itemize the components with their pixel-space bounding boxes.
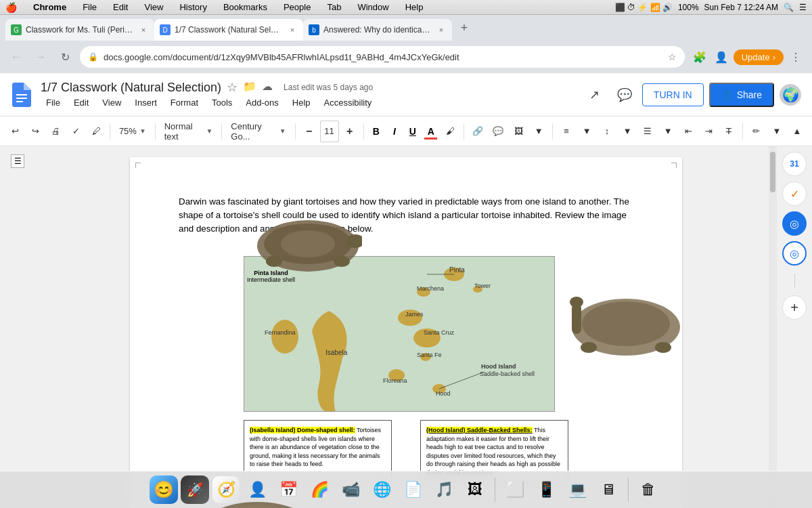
forward-button[interactable]: → (31, 47, 50, 66)
plus-sidebar-button[interactable]: + (782, 295, 807, 320)
italic-button[interactable]: I (386, 122, 403, 141)
undo-button[interactable]: ↩ (5, 121, 24, 142)
cloud-icon[interactable]: ☁ (262, 80, 273, 95)
dock-finder[interactable]: 😊 (150, 475, 178, 504)
dock-photos2[interactable]: 🖼 (461, 475, 489, 504)
docs-menu-insert[interactable]: Insert (129, 96, 162, 109)
tab-title-3: Answered: Why do identical tw... (323, 25, 432, 35)
align-dropdown-button[interactable]: ▼ (577, 121, 596, 142)
style-dropdown[interactable]: Normal text ▼ (160, 121, 218, 142)
tab-docs[interactable]: D 1/7 Classwork (Natural Selectio... × (154, 19, 303, 41)
tab-answered[interactable]: b Answered: Why do identical tw... × (303, 19, 452, 41)
align-button[interactable]: ≡ (557, 121, 576, 142)
dock-facetime[interactable]: 📹 (336, 475, 365, 504)
docs-menu-view[interactable]: View (97, 96, 127, 109)
docs-menu-edit[interactable]: Edit (68, 96, 94, 109)
star-icon[interactable]: ☆ (227, 80, 238, 95)
text-color-button[interactable]: A (422, 122, 439, 141)
control-center-icon[interactable]: ☰ (799, 3, 807, 12)
compass-sidebar-button[interactable]: ◎ (782, 211, 807, 236)
document-title[interactable]: 1/7 Classwork (Natural Selection) (41, 81, 221, 95)
spellcheck-button[interactable]: ✓ (66, 121, 85, 142)
docs-menu-format[interactable]: Format (165, 96, 204, 109)
tasks-sidebar-button[interactable]: ✓ (782, 182, 807, 206)
font-size-input[interactable]: 11 (320, 121, 339, 142)
edit-menu-item[interactable]: Edit (110, 2, 131, 12)
paint-format-button[interactable]: 🖊 (87, 121, 106, 142)
font-size-increase-button[interactable]: + (340, 121, 359, 142)
docs-menu-addons[interactable]: Add-ons (240, 96, 284, 109)
chrome-menu-item[interactable]: Chrome (30, 2, 69, 12)
document-area[interactable]: Darwin was fascinated by giant tortoises… (35, 146, 777, 508)
dock-trash[interactable]: 🗑 (634, 475, 662, 504)
bookmark-star-icon[interactable]: ☆ (668, 51, 677, 62)
tab-close-3[interactable]: × (436, 24, 447, 35)
tab-close-2[interactable]: × (287, 24, 298, 35)
docs-menu-accessibility[interactable]: Accessibility (319, 96, 378, 109)
search-icon[interactable]: 🔍 (784, 3, 794, 12)
apple-menu[interactable]: 🍎 (5, 2, 17, 13)
calendar-sidebar-button[interactable]: 31 (782, 152, 807, 176)
tab-close-1[interactable]: × (138, 24, 149, 35)
new-tab-button[interactable]: + (455, 18, 474, 37)
bookmarks-menu-item[interactable]: Bookmarks (221, 2, 270, 12)
dock-mission[interactable]: ⬜ (501, 475, 529, 504)
link-button[interactable]: 🔗 (468, 121, 487, 142)
zoom-dropdown[interactable]: 75% ▼ (114, 121, 151, 142)
indent-increase-button[interactable]: ⇥ (699, 121, 718, 142)
extensions-button[interactable]: 🧩 (690, 47, 709, 66)
list-button[interactable]: ☰ (638, 121, 657, 142)
tab-menu-item[interactable]: Tab (324, 2, 344, 12)
file-menu-item[interactable]: File (80, 2, 99, 12)
history-menu-item[interactable]: History (177, 2, 209, 12)
docs-menu-tools[interactable]: Tools (206, 96, 238, 109)
comment-button[interactable]: 💬 (612, 83, 637, 107)
reload-button[interactable]: ↻ (55, 47, 74, 66)
input-tools-button[interactable]: ✏ (747, 121, 766, 142)
input-tools-dropdown[interactable]: ▼ (767, 121, 786, 142)
outline-panel-button[interactable]: ☰ (11, 154, 24, 168)
indent-decrease-button[interactable]: ⇤ (679, 121, 698, 142)
profile-button[interactable]: 👤 (712, 47, 731, 66)
line-spacing-dropdown-button[interactable]: ▼ (618, 121, 637, 142)
help-menu-item[interactable]: Help (403, 2, 426, 12)
scrollbar-track[interactable] (769, 146, 777, 508)
toolbar-expand-button[interactable]: ▲ (788, 121, 807, 142)
dock-app3[interactable]: 🖥 (594, 475, 623, 504)
circle-sidebar-button[interactable]: ◎ (782, 241, 807, 266)
underline-button[interactable]: U (404, 122, 421, 141)
update-button[interactable]: Update › (734, 49, 784, 65)
image-button[interactable]: 🖼 (509, 121, 528, 142)
dock-chrome[interactable]: 🌐 (367, 475, 396, 504)
list-dropdown-button[interactable]: ▼ (658, 121, 677, 142)
back-button[interactable]: ← (7, 47, 26, 66)
font-dropdown[interactable]: Century Go... ▼ (226, 121, 290, 142)
dock-gdocs[interactable]: 📄 (399, 475, 427, 504)
window-menu-item[interactable]: Window (355, 2, 391, 12)
font-size-decrease-button[interactable]: − (300, 121, 319, 142)
docs-menu-file[interactable]: File (41, 96, 66, 109)
docs-menu-help[interactable]: Help (287, 96, 316, 109)
redo-button[interactable]: ↪ (26, 121, 45, 142)
bold-button[interactable]: B (367, 122, 384, 141)
print-button[interactable]: 🖨 (46, 121, 65, 142)
explore-button[interactable]: ↗ (583, 83, 607, 107)
image-dropdown-button[interactable]: ▼ (529, 121, 548, 142)
line-spacing-button[interactable]: ↕ (597, 121, 616, 142)
highlight-button[interactable]: 🖌 (441, 121, 459, 142)
comment-toolbar-button[interactable]: 💬 (489, 121, 508, 142)
chrome-menu-button[interactable]: ⋮ (786, 47, 805, 66)
clear-format-button[interactable]: T̶ (719, 121, 738, 142)
share-button[interactable]: 👤 Share (709, 83, 774, 107)
dock-spotify[interactable]: 🎵 (430, 475, 458, 504)
dock-app2[interactable]: 💻 (563, 475, 591, 504)
dock-app1[interactable]: 📱 (532, 475, 560, 504)
view-menu-item[interactable]: View (141, 2, 166, 12)
turn-in-button[interactable]: TURN IN (642, 83, 704, 106)
scrollbar-thumb[interactable] (770, 152, 775, 192)
address-bar[interactable]: 🔒 docs.google.com/document/d/1zXqy9MVBlb… (80, 46, 685, 68)
folder-icon[interactable]: 📁 (243, 80, 256, 95)
tab-classwork[interactable]: G Classwork for Ms. Tuli (Period... × (5, 19, 154, 41)
user-avatar[interactable]: 🌍 (780, 84, 801, 106)
people-menu-item[interactable]: People (281, 2, 313, 12)
